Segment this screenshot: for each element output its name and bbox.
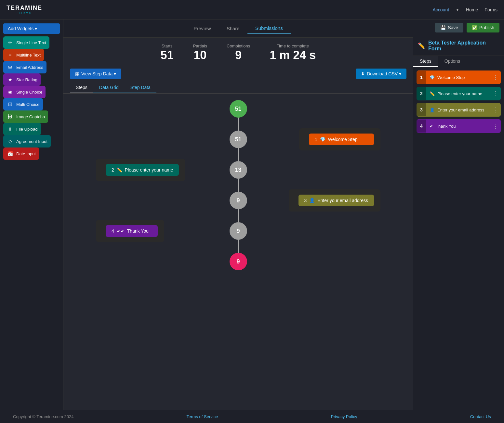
- welcome-step-card-large[interactable]: 1 💎 Welcome Step: [299, 128, 380, 150]
- connector-5: [238, 240, 239, 253]
- publish-icon: ✅: [472, 25, 477, 30]
- agreement-input-icon: ◇: [7, 138, 14, 145]
- stat-time-value: 1 m 24 s: [270, 48, 316, 62]
- name-step-card[interactable]: 2 ✏️ Please enter your name: [106, 164, 179, 176]
- steps-list: 1 💎 Welcome Step ⋮ 2 ✏️ Please enter you…: [413, 67, 504, 136]
- stat-time-label: Time to complete: [270, 44, 316, 48]
- widget-btn-file-upload[interactable]: ⬆File Upload: [3, 123, 41, 135]
- email-step-card[interactable]: 3 👤 Enter your email address: [298, 195, 374, 206]
- step-more-4[interactable]: ⋮: [490, 119, 501, 133]
- save-button[interactable]: 💾 Save: [435, 23, 463, 32]
- table-icon: ▦: [75, 71, 79, 76]
- widget-btn-image-captcha[interactable]: 🖼Image Captcha: [3, 110, 48, 123]
- card-num-1: 1: [315, 137, 317, 142]
- email-address-icon: ✉: [7, 64, 14, 71]
- email-address-label: Email Address: [16, 65, 43, 70]
- main-layout: Add Widgets ▾ ✏Single Line Text≡Multilin…: [0, 19, 504, 410]
- flow-row-1: 1 💎 Welcome Step 51: [63, 131, 413, 148]
- account-caret[interactable]: ▼: [456, 7, 459, 12]
- save-label: Save: [448, 25, 458, 30]
- download-csv-label: Download CSV ▾: [367, 71, 401, 76]
- stat-starts-value: 51: [161, 48, 174, 62]
- logo-name: TERAMINE: [7, 5, 42, 11]
- step-tab-datagrid[interactable]: Data Grid: [93, 82, 125, 93]
- step-more-3[interactable]: ⋮: [490, 103, 501, 117]
- tab-submissions[interactable]: Submissions: [247, 23, 291, 34]
- top-navigation: TERAMINE FORMS Account ▼ Home Forms: [0, 0, 504, 19]
- flow-row-4: 4 ✔✔ Thank You 9: [63, 222, 413, 240]
- save-icon: 💾: [440, 25, 446, 30]
- step-icon-2: ✏️: [430, 91, 435, 96]
- widget-btn-star-rating[interactable]: ★Star Rating: [3, 73, 41, 86]
- add-widgets-button[interactable]: Add Widgets ▾: [3, 23, 60, 34]
- step-name-3: Enter your email address: [437, 108, 484, 112]
- publish-label: Publish: [479, 25, 494, 30]
- step-icon-1: 💎: [430, 75, 435, 80]
- email-card-large[interactable]: 3 👤 Enter your email address: [289, 189, 380, 212]
- widget-btn-email-address[interactable]: ✉Email Address: [3, 61, 46, 73]
- name-card-large[interactable]: 2 ✏️ Please enter your name: [96, 159, 185, 181]
- connector-2: [238, 148, 239, 161]
- step-label-4: ✔ Thank You: [426, 121, 490, 132]
- step-tab-steps[interactable]: Steps: [70, 82, 93, 93]
- widget-btn-multiline-text[interactable]: ≡Multiline Text: [3, 49, 44, 61]
- widget-btn-multi-choice[interactable]: ☑Multi Choice: [3, 98, 43, 110]
- account-link[interactable]: Account: [432, 7, 449, 12]
- edit-icon: ✏️: [117, 167, 122, 173]
- file-upload-icon: ⬆: [7, 125, 14, 133]
- view-step-data-button[interactable]: ▦ View Step Data ▾: [70, 69, 121, 79]
- form-title[interactable]: Beta Tester Application Form: [428, 40, 499, 52]
- thankyou-card-large[interactable]: 4 ✔✔ Thank You: [96, 220, 164, 242]
- step-list-item-2[interactable]: 2 ✏️ Please enter your name ⋮: [417, 87, 501, 100]
- stats-row: Starts 51 Partials 10 Completions 9 Time…: [63, 38, 413, 65]
- card-label-2: Please enter your name: [125, 167, 173, 173]
- step-list-item-4[interactable]: 4 ✔ Thank You ⋮: [417, 119, 501, 133]
- star-rating-icon: ★: [7, 76, 14, 83]
- welcome-step-card[interactable]: 1 💎 Welcome Step: [309, 134, 374, 145]
- stat-completions-label: Completions: [227, 44, 250, 48]
- step-num-4: 4: [417, 120, 426, 133]
- thankyou-step-card[interactable]: 4 ✔✔ Thank You: [106, 225, 158, 237]
- flow-node-2: 51: [230, 131, 247, 148]
- widget-btn-agreement-input[interactable]: ◇Agreement Input: [3, 135, 51, 147]
- right-panel: 💾 Save ✅ Publish ✏️ Beta Tester Applicat…: [413, 19, 504, 410]
- tab-preview[interactable]: Preview: [186, 23, 219, 34]
- single-choice-label: Single Choice: [16, 90, 42, 95]
- check-icon: ✔✔: [117, 228, 125, 234]
- image-captcha-label: Image Captcha: [16, 114, 45, 119]
- step-more-1[interactable]: ⋮: [490, 70, 501, 84]
- footer: Copyright © Teramine.com 2024 Terms of S…: [0, 410, 504, 423]
- connector-4: [238, 209, 239, 222]
- multiline-text-icon: ≡: [7, 51, 14, 58]
- download-csv-button[interactable]: ⬇ Download CSV ▾: [356, 69, 406, 79]
- step-list-item-3[interactable]: 3 👤 Enter your email address ⋮: [417, 103, 501, 117]
- single-choice-icon: ◉: [7, 88, 14, 96]
- panel-tabs: Steps Options: [413, 56, 504, 67]
- step-tab-stepdata[interactable]: Step Data: [125, 82, 156, 93]
- tab-share[interactable]: Share: [219, 23, 247, 34]
- step-num-2: 2: [417, 87, 426, 100]
- home-link[interactable]: Home: [466, 7, 478, 12]
- panel-tab-options[interactable]: Options: [438, 56, 467, 67]
- step-name-2: Please enter your name: [437, 91, 482, 96]
- footer-contact-link[interactable]: Contact Us: [470, 414, 491, 419]
- widget-btn-single-choice[interactable]: ◉Single Choice: [3, 86, 46, 98]
- forms-link[interactable]: Forms: [484, 7, 497, 12]
- step-more-2[interactable]: ⋮: [490, 87, 501, 100]
- footer-privacy-link[interactable]: Privacy Policy: [331, 414, 357, 419]
- right-panel-header: 💾 Save ✅ Publish: [413, 19, 504, 36]
- date-input-label: Date Input: [16, 151, 36, 156]
- widget-btn-single-line-text[interactable]: ✏Single Line Text: [3, 36, 49, 49]
- logo: TERAMINE FORMS: [7, 5, 42, 15]
- file-upload-label: File Upload: [16, 127, 38, 132]
- panel-tab-steps[interactable]: Steps: [413, 56, 438, 67]
- step-list-item-1[interactable]: 1 💎 Welcome Step ⋮: [417, 70, 501, 84]
- footer-terms-link[interactable]: Terms of Service: [187, 414, 218, 419]
- view-step-label: View Step Data ▾: [81, 71, 116, 76]
- widget-btn-date-input[interactable]: 📅Date Input: [3, 147, 39, 160]
- single-line-text-label: Single Line Text: [16, 40, 46, 45]
- flow-container: 51 1 💎 Welcome Step 51: [63, 100, 413, 270]
- stat-partials: Partials 10: [193, 44, 207, 62]
- publish-button[interactable]: ✅ Publish: [467, 23, 499, 32]
- step-label-1: 💎 Welcome Step: [426, 72, 490, 83]
